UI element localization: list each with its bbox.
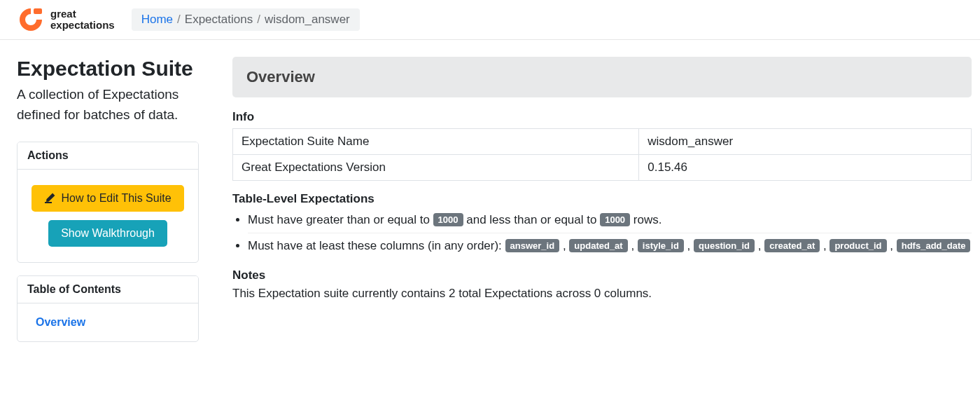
info-table: Expectation Suite Name wisdom_answer Gre… (232, 128, 972, 181)
list-item: Must have at least these columns (in any… (248, 233, 972, 256)
notes-header: Notes (232, 268, 972, 282)
column-badge: istyle_id (638, 239, 684, 252)
column-badge: created_at (764, 239, 820, 252)
breadcrumb: Home / Expectations / wisdom_answer (132, 8, 360, 31)
main-content: Overview Info Expectation Suite Name wis… (232, 57, 980, 355)
brand-text: great expectations (50, 8, 115, 31)
edit-suite-button-label: How to Edit This Suite (61, 192, 171, 205)
table-expectations-header: Table-Level Expectations (232, 192, 972, 206)
list-item: Must have greater than or equal to 1000 … (248, 210, 972, 230)
column-badge: product_id (830, 239, 886, 252)
svg-rect-0 (34, 8, 42, 14)
info-value: wisdom_answer (639, 129, 972, 155)
breadcrumb-leaf: wisdom_answer (265, 13, 350, 27)
show-walkthrough-button[interactable]: Show Walkthrough (48, 220, 167, 247)
breadcrumb-section: Expectations (185, 13, 253, 27)
topbar: great expectations Home / Expectations /… (0, 0, 980, 40)
actions-header: Actions (18, 142, 198, 170)
toc-item-overview[interactable]: Overview (18, 309, 198, 336)
pencil-square-icon (44, 193, 55, 204)
value-badge: 1000 (433, 213, 463, 226)
page-subtitle: A collection of Expectations defined for… (17, 85, 199, 125)
breadcrumb-separator: / (177, 13, 181, 27)
notes-body: This Expectation suite currently contain… (232, 287, 972, 301)
table-row: Great Expectations Version 0.15.46 (233, 155, 972, 181)
column-badge: answer_id (505, 239, 560, 252)
value-badge: 1000 (600, 213, 630, 226)
edit-suite-button[interactable]: How to Edit This Suite (31, 185, 183, 212)
brand-logo[interactable]: great expectations (17, 6, 115, 34)
brand-mark-icon (17, 6, 45, 34)
column-badge: question_id (694, 239, 755, 252)
toc-card: Table of Contents Overview (17, 275, 199, 342)
toc-header: Table of Contents (18, 276, 198, 303)
breadcrumb-separator: / (257, 13, 260, 27)
show-walkthrough-button-label: Show Walkthrough (61, 227, 155, 240)
actions-card: Actions How to Edit This Suite Show Walk… (17, 142, 199, 263)
overview-section-header: Overview (232, 57, 972, 97)
column-badge: hdfs_add_date (897, 239, 971, 252)
info-label: Great Expectations Version (233, 155, 639, 181)
table-row: Expectation Suite Name wisdom_answer (233, 129, 972, 155)
column-badge: updated_at (569, 239, 627, 252)
breadcrumb-home-link[interactable]: Home (141, 13, 173, 27)
expectations-list: Must have greater than or equal to 1000 … (232, 210, 972, 256)
info-value: 0.15.46 (639, 155, 972, 181)
info-label: Expectation Suite Name (233, 129, 639, 155)
info-header: Info (232, 110, 972, 124)
sidebar: Expectation Suite A collection of Expect… (17, 57, 199, 355)
page-title: Expectation Suite (17, 57, 199, 81)
